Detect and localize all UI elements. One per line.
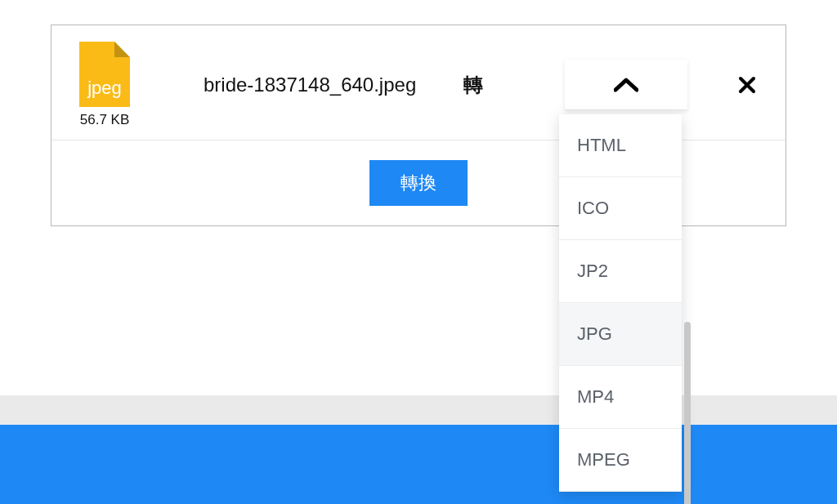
dropdown-item-ico[interactable]: ICO [559, 177, 682, 240]
dropdown-item-mp4[interactable]: MP4 [559, 366, 682, 429]
footer-grey-band [0, 395, 837, 425]
dropdown-item-jp2[interactable]: JP2 [559, 240, 682, 303]
format-select[interactable] [565, 60, 687, 110]
dropdown-item-html[interactable]: HTML [559, 114, 682, 177]
chevron-up-icon [614, 78, 638, 92]
dropdown-scrollbar[interactable] [684, 322, 691, 504]
footer-blue-band [0, 425, 837, 504]
format-dropdown[interactable]: HTML ICO JP2 JPG MP4 MPEG [559, 114, 682, 492]
file-icon-wrap: jpeg 56.7 KB [79, 42, 130, 128]
close-icon [738, 76, 756, 94]
convert-label: 轉 [463, 72, 483, 98]
file-type-label: jpeg [79, 78, 130, 99]
file-type-icon: jpeg [79, 42, 130, 107]
convert-button[interactable]: 轉換 [369, 160, 468, 206]
file-name: bride-1837148_640.jpeg [204, 74, 416, 96]
dropdown-item-mpeg[interactable]: MPEG [559, 429, 682, 492]
file-size: 56.7 KB [80, 112, 130, 128]
dropdown-item-jpg[interactable]: JPG [559, 303, 682, 366]
remove-file-button[interactable] [736, 74, 758, 96]
